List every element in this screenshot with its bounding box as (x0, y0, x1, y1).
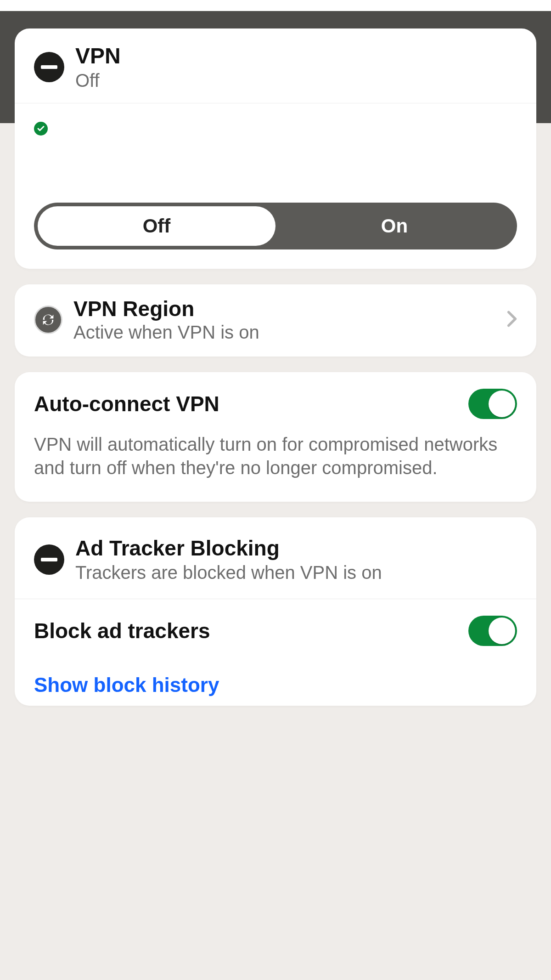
check-icon (34, 122, 48, 136)
autoconnect-switch[interactable] (468, 389, 517, 419)
show-block-history-link[interactable]: Show block history (34, 674, 219, 697)
minus-icon (34, 52, 64, 82)
vpn-region-row[interactable]: VPN Region Active when VPN is on (15, 284, 536, 357)
refresh-icon (34, 306, 62, 334)
vpn-card: VPN Off Off On (15, 28, 536, 269)
vpn-region-subtitle: Active when VPN is on (73, 322, 259, 343)
adtracker-card: Ad Tracker Blocking Trackers are blocked… (15, 517, 536, 706)
chevron-right-icon (507, 310, 517, 329)
block-adtrackers-title: Block ad trackers (34, 618, 210, 643)
vpn-title: VPN (75, 43, 121, 68)
vpn-region-title: VPN Region (73, 296, 259, 321)
autoconnect-description: VPN will automatically turn on for compr… (34, 433, 517, 480)
vpn-toggle[interactable]: Off On (34, 203, 517, 249)
adtracker-subtitle: Trackers are blocked when VPN is on (75, 562, 382, 583)
vpn-toggle-off[interactable]: Off (38, 206, 276, 246)
autoconnect-card: Auto-connect VPN VPN will automatically … (15, 372, 536, 502)
minus-icon (34, 544, 64, 575)
adtracker-title: Ad Tracker Blocking (75, 536, 382, 561)
vpn-status: Off (75, 70, 121, 91)
vpn-card-header: VPN Off (15, 28, 536, 103)
vpn-toggle-on[interactable]: On (276, 206, 513, 246)
autoconnect-title: Auto-connect VPN (34, 391, 219, 416)
block-adtrackers-switch[interactable] (468, 616, 517, 646)
